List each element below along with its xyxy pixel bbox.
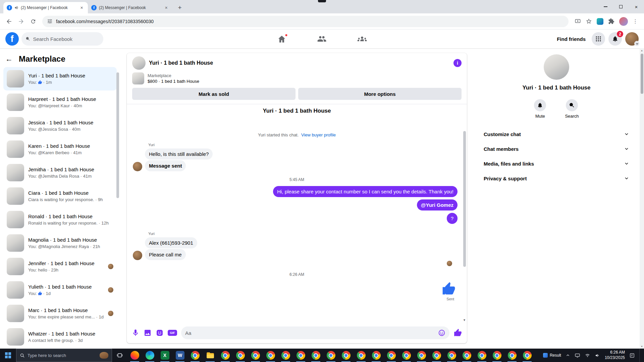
message-input[interactable] bbox=[185, 330, 435, 336]
outgoing-message[interactable]: ? bbox=[447, 213, 458, 224]
home-tab[interactable] bbox=[277, 35, 286, 44]
pinned-extension-icon[interactable] bbox=[597, 18, 603, 25]
reload-button[interactable] bbox=[28, 16, 39, 27]
browser-menu-icon[interactable]: ⋮ bbox=[633, 18, 638, 24]
back-button[interactable] bbox=[3, 16, 15, 27]
mark-as-sold-button[interactable]: Mark as sold bbox=[132, 88, 296, 100]
privacy-support-section[interactable]: Privacy & support bbox=[480, 171, 633, 186]
show-desktop-button[interactable] bbox=[639, 349, 641, 362]
taskbar-chrome-window-button[interactable] bbox=[263, 349, 278, 362]
outgoing-message[interactable]: @Yuri Gomez bbox=[417, 199, 458, 210]
big-like-sticker[interactable] bbox=[441, 282, 456, 296]
forward-button[interactable] bbox=[15, 16, 27, 27]
attach-photo-icon[interactable] bbox=[144, 329, 152, 337]
conversation-item[interactable]: Yuri · 1 bed 1 bath House You: · 1m bbox=[3, 67, 117, 90]
taskbar-clock[interactable]: 6:26 AM 10/23/2025 bbox=[605, 350, 625, 360]
taskbar-chrome-window-button[interactable] bbox=[278, 349, 293, 362]
extensions-puzzle-icon[interactable] bbox=[608, 18, 614, 24]
search-highlight-icon[interactable] bbox=[100, 352, 108, 359]
taskbar-chrome-window-button[interactable] bbox=[369, 349, 384, 362]
browser-tab-inactive[interactable]: f (2) Messenger | Facebook × bbox=[88, 2, 172, 13]
url-bar[interactable]: facebook.com/messages/t/2038710833560030 bbox=[42, 16, 569, 27]
incoming-message[interactable]: Message sent bbox=[145, 160, 186, 171]
taskbar-word-button[interactable]: W bbox=[172, 349, 187, 362]
mute-button[interactable]: Mute bbox=[534, 99, 546, 119]
conversation-item[interactable]: Magnolia · 1 bed 1 bath House You: @Magn… bbox=[3, 231, 117, 255]
bookmark-star-icon[interactable] bbox=[586, 18, 592, 24]
tab-close-icon[interactable]: × bbox=[163, 5, 169, 11]
start-button[interactable] bbox=[0, 349, 16, 362]
incoming-message[interactable]: Please call me bbox=[145, 249, 186, 260]
minimize-button[interactable] bbox=[598, 0, 613, 13]
action-center-icon[interactable] bbox=[629, 353, 635, 358]
site-info-icon[interactable] bbox=[47, 18, 53, 24]
tray-expand-icon[interactable] bbox=[566, 353, 570, 358]
display-icon[interactable] bbox=[575, 353, 580, 358]
scroll-down-icon[interactable]: ▼ bbox=[463, 318, 466, 322]
url-text[interactable]: facebook.com/messages/t/2038710833560030 bbox=[56, 19, 154, 24]
conversation-item[interactable]: Karen · 1 bed 1 bath House You: @Karen B… bbox=[3, 137, 117, 161]
taskbar-chrome-window-button[interactable] bbox=[429, 349, 444, 362]
taskbar-chrome-window-button[interactable] bbox=[354, 349, 369, 362]
taskbar-chrome-window-button[interactable] bbox=[459, 349, 474, 362]
groups-tab[interactable] bbox=[358, 34, 367, 44]
friends-tab[interactable] bbox=[317, 34, 327, 44]
volume-icon[interactable] bbox=[595, 353, 600, 358]
view-buyer-profile-link[interactable]: View buyer profile bbox=[301, 132, 336, 137]
sidebar-scrollbar[interactable] bbox=[116, 72, 119, 198]
page-scrollbar[interactable]: ▲ ▼ bbox=[640, 48, 644, 349]
back-arrow-icon[interactable]: ← bbox=[5, 55, 14, 63]
find-friends-link[interactable]: Find friends bbox=[557, 36, 586, 42]
new-tab-button[interactable]: + bbox=[175, 3, 184, 12]
taskbar-chrome-button[interactable] bbox=[187, 349, 203, 362]
sticker-icon[interactable] bbox=[156, 329, 164, 337]
taskbar-chrome-window-button[interactable] bbox=[308, 349, 323, 362]
incoming-message[interactable]: Alex (661)593-2901 bbox=[145, 237, 197, 248]
voice-clip-icon[interactable] bbox=[131, 329, 140, 337]
taskbar-chrome-window-button[interactable] bbox=[474, 349, 489, 362]
taskbar-chrome-window-button[interactable] bbox=[414, 349, 429, 362]
taskbar-chrome-window-button[interactable] bbox=[399, 349, 414, 362]
facebook-logo[interactable]: f bbox=[5, 32, 19, 46]
taskbar-chrome-window-button[interactable] bbox=[323, 349, 338, 362]
taskbar-chrome-window-button[interactable] bbox=[520, 349, 535, 362]
scroll-down-icon[interactable]: ▼ bbox=[640, 345, 644, 348]
taskbar-chrome-window-button[interactable] bbox=[338, 349, 354, 362]
tab-audio-icon[interactable] bbox=[14, 6, 18, 10]
taskbar-chrome-window-button[interactable] bbox=[218, 349, 233, 362]
media-files-links-section[interactable]: Media, files and links bbox=[480, 156, 633, 171]
taskbar-chrome-window-button[interactable] bbox=[504, 349, 520, 362]
tab-close-icon[interactable]: × bbox=[79, 5, 85, 11]
taskbar-chrome-window-button[interactable] bbox=[444, 349, 459, 362]
taskbar-chrome-window-button[interactable] bbox=[489, 349, 504, 362]
conversation-info-icon[interactable]: i bbox=[453, 59, 462, 67]
search-in-conversation-button[interactable]: Search bbox=[565, 99, 579, 119]
chat-title[interactable]: Yuri · 1 bed 1 bath House bbox=[149, 60, 213, 66]
account-avatar[interactable] bbox=[625, 32, 639, 46]
conversation-item[interactable]: Ciara · 1 bed 1 bath House Ciara is wait… bbox=[3, 184, 117, 208]
taskbar-file-explorer-button[interactable] bbox=[203, 349, 218, 362]
conversation-item[interactable]: Jessica · 1 bed 1 bath House You: @Jessi… bbox=[3, 114, 117, 137]
browser-tab-active[interactable]: f (2) Messenger | Facebook × bbox=[3, 2, 88, 13]
taskbar-search-input[interactable] bbox=[28, 353, 97, 358]
conversation-item[interactable]: Yulieth · 1 bed 1 bath House You: · 1d bbox=[3, 278, 117, 302]
message-input-pill[interactable] bbox=[181, 326, 449, 339]
chat-avatar[interactable] bbox=[132, 56, 146, 70]
incoming-message[interactable]: Hello, is this still available? bbox=[145, 148, 213, 160]
taskbar-chrome-window-button[interactable] bbox=[384, 349, 399, 362]
gif-icon[interactable]: GIF bbox=[168, 330, 177, 336]
tray-app-button[interactable]: Result bbox=[543, 353, 561, 358]
send-like-icon[interactable] bbox=[453, 328, 462, 337]
conversation-item[interactable]: Marc · 1 bed 1 bath House You: time expi… bbox=[3, 302, 117, 325]
taskbar-excel-button[interactable]: X bbox=[157, 349, 172, 362]
facebook-search[interactable] bbox=[21, 32, 103, 46]
conversation-item[interactable]: Jemitha · 1 bed 1 bath House You: @Jemit… bbox=[3, 161, 117, 184]
emoji-icon[interactable] bbox=[438, 329, 445, 337]
conversation-item[interactable]: Jennifer · 1 bed 1 bath House You: hello… bbox=[3, 255, 117, 278]
chat-scrollbar[interactable] bbox=[463, 131, 466, 267]
more-options-button[interactable]: More options bbox=[298, 88, 462, 100]
taskbar-firefox-button[interactable] bbox=[127, 349, 142, 362]
page-scrollbar-thumb[interactable] bbox=[641, 54, 643, 94]
maximize-button[interactable] bbox=[613, 0, 629, 13]
notifications-button[interactable]: 2 bbox=[608, 32, 622, 46]
